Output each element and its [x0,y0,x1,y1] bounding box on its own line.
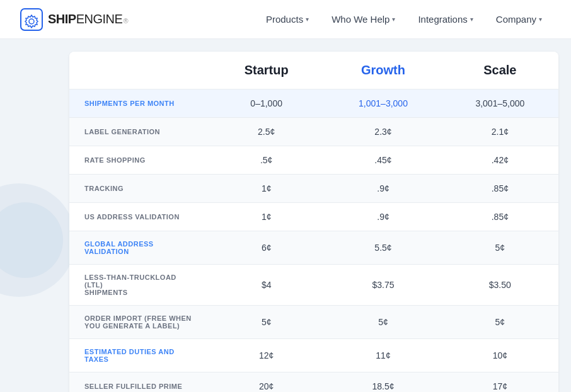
table-row: TRACKING1¢.9¢.85¢ [69,175,558,203]
feature-label: ESTIMATED DUTIES AND TAXES [69,339,208,372]
startup-value: 12¢ [208,339,325,372]
startup-value: 0–1,000 [208,89,325,118]
scale-value: 2.1¢ [442,118,558,146]
table-row: SELLER FULFILLED PRIME20¢18.5¢17¢ [69,372,558,393]
table-header-row: Startup Growth Scale [69,52,558,89]
feature-label: RATE SHOPPING [69,146,208,175]
table-row: RATE SHOPPING.5¢.45¢.42¢ [69,146,558,175]
growth-value: 18.5¢ [325,372,441,393]
nav-item-who-we-help[interactable]: Who We Help ▾ [323,9,404,30]
col-header-feature [69,52,208,89]
feature-label: SELLER FULFILLED PRIME [69,372,208,393]
nav-item-integrations[interactable]: Integrations ▾ [409,9,482,30]
logo-text: SHIPENGINE® [48,12,128,26]
svg-point-1 [29,19,34,24]
startup-value: 1¢ [208,175,325,203]
table-row: GLOBAL ADDRESS VALIDATION6¢5.5¢5¢ [69,231,558,265]
feature-label: SHIPMENTS PER MONTH [69,89,208,118]
scale-value: .85¢ [442,203,558,231]
growth-value: .9¢ [325,203,441,231]
nav-item-products[interactable]: Products ▾ [257,9,318,30]
scale-value: 5¢ [442,306,558,339]
chevron-down-icon: ▾ [306,16,309,23]
table-row: LABEL GENERATION2.5¢2.3¢2.1¢ [69,118,558,146]
growth-value: 5.5¢ [325,231,441,265]
startup-value: $4 [208,265,325,306]
table-row: US ADDRESS VALIDATION1¢.9¢.85¢ [69,203,558,231]
feature-label: GLOBAL ADDRESS VALIDATION [69,231,208,265]
table-row: SHIPMENTS PER MONTH0–1,0001,001–3,0003,0… [69,89,558,118]
feature-label: US ADDRESS VALIDATION [69,203,208,231]
scale-value: 17¢ [442,372,558,393]
startup-value: .5¢ [208,146,325,175]
nav-item-company[interactable]: Company ▾ [487,9,551,30]
scale-value: .42¢ [442,146,558,175]
startup-value: 2.5¢ [208,118,325,146]
scale-value: .85¢ [442,175,558,203]
startup-value: 5¢ [208,306,325,339]
table-row: LESS-THAN-TRUCKLOAD (LTL)SHIPMENTS$4$3.7… [69,265,558,306]
feature-label: TRACKING [69,175,208,203]
col-header-growth: Growth [325,52,441,89]
scale-value: $3.50 [442,265,558,306]
scale-value: 10¢ [442,339,558,372]
chevron-down-icon: ▾ [539,16,542,23]
nav-links: Products ▾ Who We Help ▾ Integrations ▾ … [257,9,551,30]
navbar: SHIPENGINE® Products ▾ Who We Help ▾ Int… [0,0,571,39]
startup-value: 1¢ [208,203,325,231]
pricing-table-wrapper: Startup Growth Scale SHIPMENTS PER MONTH… [69,52,558,392]
scale-value: 5¢ [442,231,558,265]
scale-value: 3,001–5,000 [442,89,558,118]
growth-value: 11¢ [325,339,441,372]
growth-value: 2.3¢ [325,118,441,146]
feature-label: LESS-THAN-TRUCKLOAD (LTL)SHIPMENTS [69,265,208,306]
startup-value: 6¢ [208,231,325,265]
startup-value: 20¢ [208,372,325,393]
logo: SHIPENGINE® [20,8,128,31]
col-header-scale: Scale [442,52,558,89]
growth-value: .45¢ [325,146,441,175]
growth-value: 5¢ [325,306,441,339]
pricing-table: Startup Growth Scale SHIPMENTS PER MONTH… [69,52,558,392]
table-row: ESTIMATED DUTIES AND TAXES12¢11¢10¢ [69,339,558,372]
logo-icon [20,8,43,31]
growth-value: $3.75 [325,265,441,306]
growth-value: 1,001–3,000 [325,89,441,118]
feature-label: ORDER IMPORT (FREE WHENYOU GENERATE A LA… [69,306,208,339]
chevron-down-icon: ▾ [470,16,473,23]
decorative-left [0,52,69,392]
col-header-startup: Startup [208,52,325,89]
content-area: Startup Growth Scale SHIPMENTS PER MONTH… [0,39,571,392]
chevron-down-icon: ▾ [392,16,395,23]
growth-value: .9¢ [325,175,441,203]
feature-label: LABEL GENERATION [69,118,208,146]
table-row: ORDER IMPORT (FREE WHENYOU GENERATE A LA… [69,306,558,339]
